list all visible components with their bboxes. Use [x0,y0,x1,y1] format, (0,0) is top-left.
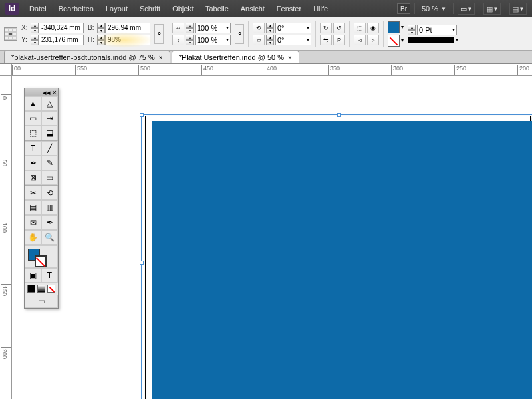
x-spinner[interactable]: ▴▾ [31,23,39,33]
rectangle-tool-icon[interactable]: ▭ [41,170,58,185]
apply-gradient-icon[interactable] [37,285,45,293]
doc-tab[interactable]: *plakat-usertreffen-psdtutorials.indd @ … [4,51,170,63]
pencil-tool-icon[interactable]: ✎ [41,156,58,170]
doc-tab[interactable]: *Plakat Usertreffen.indd @ 50 % × [172,51,299,63]
resize-handle-n[interactable] [337,113,341,117]
y-spinner[interactable]: ▴▾ [31,35,39,45]
p-indicator-icon: P [333,35,345,45]
rectangle-frame-tool-icon[interactable]: ⊠ [25,170,41,185]
constrain-scale-icon[interactable]: ⚬ [235,24,244,44]
scale-y-input[interactable]: 100 %▾ [195,35,231,45]
menu-type[interactable]: Schrift [134,2,166,15]
w-spinner[interactable]: ▴▾ [97,23,105,33]
screen-mode-icon[interactable]: ▭▼ [458,3,475,15]
y-position-input[interactable] [39,35,84,45]
height-input[interactable] [105,35,150,45]
stroke-style-dropdown[interactable] [408,37,454,43]
content-collector-icon[interactable]: ⬚ [25,126,41,140]
view-mode-icon[interactable]: ▭ [25,295,58,308]
pen-tool-icon[interactable]: ✒ [25,156,41,170]
shear-spinner[interactable]: ▴▾ [266,35,274,45]
stroke-weight-input[interactable]: 0 Pt▾ [417,25,457,35]
ruler-vertical[interactable]: 0 50 100 150 200 [0,76,12,399]
panel-header[interactable]: ◂◂× [25,88,58,96]
content-placer-icon[interactable]: ⬓ [41,126,58,140]
select-prev-icon[interactable]: ◃ [354,35,366,45]
shear-input[interactable]: 0°▾ [275,35,311,45]
selection-tool-icon[interactable]: ▲ [25,96,41,111]
sx-spinner[interactable]: ▴▾ [186,23,194,33]
document-tabs: *plakat-usertreffen-psdtutorials.indd @ … [0,51,532,64]
gradient-feather-tool-icon[interactable]: ▥ [41,200,58,215]
zoom-tool-icon[interactable]: 🔍 [41,230,58,245]
direct-selection-tool-icon[interactable]: △ [41,96,58,111]
stroke-weight-spinner[interactable]: ▴▾ [408,25,416,35]
sy-spinner[interactable]: ▴▾ [186,35,194,45]
tab-label: *plakat-usertreffen-psdtutorials.indd @ … [11,53,155,61]
rot-spinner[interactable]: ▴▾ [266,23,274,33]
select-container-icon[interactable]: ⬚ [354,23,366,33]
ruler-origin[interactable] [0,64,12,76]
reference-point-selector[interactable] [4,27,17,41]
rotate-icon: ⟲ [253,23,265,33]
bridge-icon[interactable]: Br [397,3,410,14]
page-tool-icon[interactable]: ▭ [25,111,41,126]
zoom-dropdown[interactable]: 50 % ▼ [419,5,449,13]
scale-x-icon: ↔ [172,23,184,33]
gap-tool-icon[interactable]: ⇥ [41,111,58,126]
menu-layout[interactable]: Layout [100,2,133,15]
chevron-down-icon: ▼ [441,6,446,12]
fill-dropdown-icon[interactable]: ▾ [401,24,404,30]
close-icon[interactable]: × [53,88,57,96]
stroke-swatch[interactable] [388,35,400,47]
arrange-docs-icon[interactable]: ▦▼ [483,3,501,15]
type-tool-icon[interactable]: T [25,141,41,156]
menu-table[interactable]: Tabelle [200,2,234,15]
gradient-swatch-tool-icon[interactable]: ▤ [25,200,41,215]
rotate-input[interactable]: 0°▾ [275,23,311,33]
workspace: 00 550 500 450 400 350 300 250 200 0 50 … [0,64,532,399]
line-tool-icon[interactable]: ╱ [41,141,58,156]
hand-tool-icon[interactable]: ✋ [25,230,41,245]
workspace-switcher-icon[interactable]: ▤▼ [509,3,527,15]
fill-swatch[interactable] [388,21,400,33]
formatting-container-icon[interactable]: ▣ [25,268,41,283]
select-content-icon[interactable]: ◉ [367,23,379,33]
h-spinner[interactable]: ▴▾ [97,35,105,45]
tools-panel[interactable]: ◂◂× ▲ △ ▭ ⇥ ⬚ ⬓ T ╱ ✒ ✎ ⊠ ▭ ✂ ⟲ ▤ ▥ ✉ ✒ … [24,88,59,309]
resize-handle-nw[interactable] [140,113,144,117]
close-icon[interactable]: × [159,54,163,61]
apply-color-icon[interactable] [27,285,35,293]
menu-help[interactable]: Hilfe [308,2,333,15]
width-input[interactable] [105,23,150,33]
rotate-cw-icon[interactable]: ↻ [320,23,332,33]
formatting-text-icon[interactable]: T [41,268,58,283]
x-position-input[interactable] [39,23,84,33]
menubar: Id Datei Bearbeiten Layout Schrift Objek… [0,0,532,17]
stroke-dropdown-icon[interactable]: ▾ [401,37,404,43]
flip-h-icon[interactable]: ⇋ [320,35,332,45]
close-icon[interactable]: × [288,54,292,61]
constrain-wh-icon[interactable]: ⚬ [154,24,164,44]
select-next-icon[interactable]: ▹ [367,35,379,45]
fill-stroke-proxy[interactable] [25,245,58,268]
scissors-tool-icon[interactable]: ✂ [25,186,41,200]
canvas-pasteboard[interactable] [12,76,532,399]
scale-x-input[interactable]: 100 %▾ [195,23,231,33]
tab-label: *Plakat Usertreffen.indd @ 50 % [179,53,284,61]
menu-view[interactable]: Ansicht [235,2,270,15]
eyedropper-tool-icon[interactable]: ✒ [41,215,58,230]
apply-color-row [25,283,58,295]
w-label: B: [88,24,96,31]
menu-window[interactable]: Fenster [271,2,307,15]
note-tool-icon[interactable]: ✉ [25,215,41,230]
menu-file[interactable]: Datei [24,2,52,15]
rotate-ccw-icon[interactable]: ↺ [333,23,345,33]
resize-handle-w[interactable] [140,261,144,265]
ruler-horizontal[interactable]: 00 550 500 450 400 350 300 250 200 [12,64,532,76]
apply-none-icon[interactable] [47,285,55,293]
free-transform-tool-icon[interactable]: ⟲ [41,186,58,200]
menu-edit[interactable]: Bearbeiten [53,2,99,15]
menu-object[interactable]: Objekt [167,2,199,15]
collapse-icon[interactable]: ◂◂ [43,88,51,97]
